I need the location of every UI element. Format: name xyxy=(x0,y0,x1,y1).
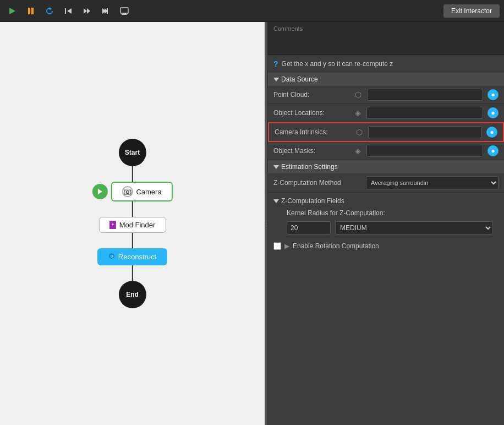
camera-intrinsics-input[interactable] xyxy=(368,126,482,138)
reconstruct-label: Reconstruct xyxy=(118,253,156,261)
svg-marker-7 xyxy=(87,8,90,14)
svg-rect-1 xyxy=(28,8,30,14)
comments-placeholder: Comments xyxy=(273,25,303,32)
canvas-area: Start Camera xyxy=(0,22,265,425)
screen-button[interactable] xyxy=(117,3,132,19)
play-button[interactable] xyxy=(4,3,20,19)
object-masks-connect[interactable]: ● xyxy=(487,145,498,156)
arrow-2 xyxy=(132,201,133,217)
object-masks-label: Object Masks: xyxy=(273,147,350,155)
pause-button[interactable] xyxy=(23,3,39,19)
comments-area: Comments xyxy=(268,22,504,55)
point-cloud-row: Point Cloud: ⬡ ● xyxy=(268,86,504,104)
z-method-row: Z-Computation Method Averaging surroundi… xyxy=(268,173,504,193)
rotation-row: ▶ Enable Rotation Computation xyxy=(268,239,504,253)
reconstruct-row: ⚙ Reconstruct xyxy=(97,248,167,265)
svg-rect-13 xyxy=(122,14,127,15)
info-icon: ? xyxy=(273,59,278,68)
object-masks-row: Object Masks: ◈ ● xyxy=(268,142,504,160)
exit-button[interactable]: Exit Interactor xyxy=(443,4,500,18)
object-masks-icon: ◈ xyxy=(355,146,361,155)
camera-intrinsics-connect[interactable]: ● xyxy=(486,127,497,138)
camera-row: Camera xyxy=(92,182,172,201)
rotation-label: Enable Rotation Computation xyxy=(293,242,379,250)
camera-intrinsics-icon: ⬡ xyxy=(356,128,363,137)
object-locations-input[interactable] xyxy=(366,107,483,119)
arrow-4 xyxy=(132,265,133,281)
data-source-header: Data Source xyxy=(268,73,504,86)
main-area: Start Camera xyxy=(0,22,504,425)
estimation-settings-header: Estimation Settings xyxy=(268,160,504,173)
z-comp-fields-label: Z-Computation Fields xyxy=(281,197,344,205)
object-locations-label: Object Locations: xyxy=(273,109,350,117)
info-text: Get the x and y so it can re-compute z xyxy=(282,60,393,68)
camera-intrinsics-label: Camera Intrinsics: xyxy=(275,128,352,136)
svg-rect-4 xyxy=(65,8,66,14)
svg-text:✦: ✦ xyxy=(111,222,114,226)
mod-finder-row: ✦ Mod Finder xyxy=(99,217,166,233)
reconstruct-icon: ⚙ xyxy=(108,253,115,261)
camera-node-icon xyxy=(122,186,133,197)
flow-diagram: Start Camera xyxy=(92,139,172,308)
point-cloud-connect[interactable]: ● xyxy=(487,89,498,100)
kernel-medium-select[interactable]: MEDIUM LOW HIGH xyxy=(335,221,493,235)
estimation-settings-label: Estimation Settings xyxy=(281,163,338,171)
z-comp-triangle xyxy=(273,199,279,203)
reconstruct-node[interactable]: ⚙ Reconstruct xyxy=(97,248,167,265)
camera-label: Camera xyxy=(136,188,161,196)
end-node: End xyxy=(119,281,146,308)
z-method-select[interactable]: Averaging surroundin xyxy=(366,176,498,189)
info-row: ? Get the x and y so it can re-compute z xyxy=(268,55,504,73)
camera-node[interactable]: Camera xyxy=(111,182,172,201)
mod-finder-icon: ✦ xyxy=(109,221,116,229)
camera-intrinsics-row: Camera Intrinsics: ⬡ ● xyxy=(268,122,504,142)
toolbar: Exit Interactor xyxy=(0,0,504,22)
z-method-label: Z-Computation Method xyxy=(273,179,361,187)
svg-marker-6 xyxy=(84,8,87,14)
svg-rect-11 xyxy=(120,8,128,13)
point-cloud-icon: ⬡ xyxy=(355,90,361,99)
start-node: Start xyxy=(119,139,146,166)
skip-button[interactable] xyxy=(98,3,113,19)
svg-marker-3 xyxy=(50,7,52,10)
svg-text:⚙: ⚙ xyxy=(110,254,113,258)
rotation-checkbox[interactable] xyxy=(273,242,281,250)
step-back-button[interactable] xyxy=(61,3,76,19)
z-comp-header: Z-Computation Fields xyxy=(273,195,498,207)
mod-finder-node[interactable]: ✦ Mod Finder xyxy=(99,217,166,233)
kernel-row: MEDIUM LOW HIGH xyxy=(273,219,498,237)
fast-forward-button[interactable] xyxy=(79,3,95,19)
right-panel: Comments ? Get the x and y so it can re-… xyxy=(267,22,504,425)
svg-rect-2 xyxy=(31,8,34,14)
svg-marker-5 xyxy=(67,8,72,14)
data-source-label: Data Source xyxy=(281,75,318,83)
estimation-triangle xyxy=(273,165,279,169)
object-locations-row: Object Locations: ◈ ● xyxy=(268,104,504,122)
arrow-1 xyxy=(132,166,133,182)
rotation-play-icon: ▶ xyxy=(284,242,289,250)
mod-finder-label: Mod Finder xyxy=(119,221,156,229)
svg-rect-17 xyxy=(125,189,129,190)
kernel-value-input[interactable] xyxy=(287,221,331,235)
point-cloud-input[interactable] xyxy=(367,89,483,101)
data-source-triangle xyxy=(273,78,279,81)
svg-marker-14 xyxy=(97,189,102,194)
arrow-3 xyxy=(132,233,133,248)
z-comp-fields-section: Z-Computation Fields Kernel Radius for Z… xyxy=(268,193,504,239)
point-cloud-label: Point Cloud: xyxy=(273,91,350,99)
object-locations-icon: ◈ xyxy=(355,108,361,117)
svg-marker-0 xyxy=(9,8,15,14)
svg-rect-12 xyxy=(123,13,126,14)
kernel-label: Kernel Radius for Z-Computation: xyxy=(273,207,498,219)
object-masks-input[interactable] xyxy=(366,145,483,157)
refresh-button[interactable] xyxy=(42,3,57,19)
object-locations-connect[interactable]: ● xyxy=(487,107,498,118)
play-indicator xyxy=(92,184,107,199)
